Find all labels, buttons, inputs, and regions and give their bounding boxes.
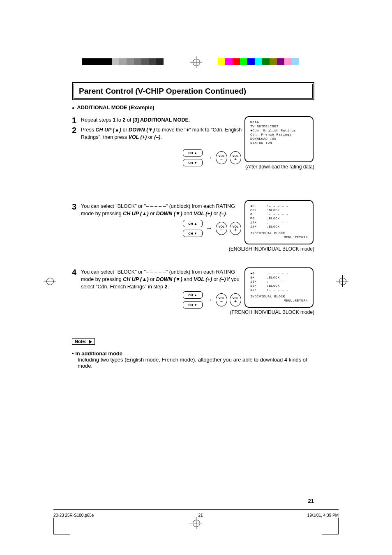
- osd-row: 16+:BLOCK: [250, 284, 308, 288]
- grayscale-bar: [82, 58, 164, 65]
- ch-down-button[interactable]: CH ▼: [183, 159, 203, 166]
- vol-minus-button[interactable]: VOL–: [216, 293, 227, 306]
- title-frame: Parent Control (V-CHIP Operation Continu…: [72, 82, 314, 100]
- ch-up-button[interactable]: CH ▲: [183, 149, 203, 157]
- vol-minus-button[interactable]: VOL–: [216, 151, 227, 164]
- step-number: 1: [72, 116, 81, 124]
- note-body: • In additional mode Including two types…: [72, 350, 314, 369]
- vol-plus-button[interactable]: VOL+: [230, 222, 241, 235]
- button-cluster: CH ▲ CH ▼ → VOL– VOL+: [183, 291, 241, 309]
- osd-row: 8+:BLOCK: [250, 276, 308, 280]
- color-bar: [218, 58, 299, 65]
- osd-row: C8+:BLOCK: [250, 208, 308, 212]
- step-number: 3: [72, 203, 81, 211]
- osd-caption: (After download the rating data): [232, 164, 314, 170]
- arrow-icon: →: [206, 225, 212, 232]
- osd-screen-additional-mode: MPAA TV GUIDELINES ♦Cdn. English Ratings…: [244, 116, 314, 162]
- osd-row: 13+:– – – – –: [250, 280, 308, 284]
- vol-plus-button[interactable]: VOL+: [230, 151, 241, 164]
- ch-down-button[interactable]: CH ▼: [183, 301, 203, 309]
- content-area: Parent Control (V-CHIP Operation Continu…: [72, 82, 314, 369]
- step-number: 4: [72, 268, 81, 276]
- osd-row: 18+:– – – – –: [250, 288, 308, 292]
- page-title: Parent Control (V-CHIP Operation Continu…: [74, 84, 313, 99]
- button-cluster: CH ▲ CH ▼ → VOL– VOL+: [183, 220, 241, 237]
- ch-up-button[interactable]: CH ▲: [183, 220, 203, 227]
- crop-mark-br: [322, 518, 339, 534]
- note-label: Note:: [72, 338, 95, 345]
- crop-mark-bl: [53, 518, 70, 534]
- registration-mark-left: [45, 276, 54, 286]
- vol-minus-button[interactable]: VOL–: [216, 222, 227, 235]
- footer-file: 20-23 25R-S100.p65e: [53, 513, 94, 518]
- footer: 20-23 25R-S100.p65e 21 19/1/01, 4:39 PM: [53, 509, 339, 518]
- registration-mark-right: [338, 276, 347, 286]
- arrow-icon: →: [206, 296, 212, 304]
- bullet-icon: ●: [72, 106, 74, 110]
- sub-heading-text: ADDITIONAL MODE (Example): [77, 104, 154, 111]
- step-text: You can select "BLOCK" or "– – – – –" (u…: [81, 268, 245, 290]
- step-text: You can select "BLOCK" or "– – – – –" (u…: [81, 203, 245, 217]
- osd-row: PG:BLOCK: [250, 216, 308, 221]
- osd-row: ♦G:– – – – –: [250, 272, 308, 276]
- step-text: Press CH UP (▲) or DOWN (▼) to move the …: [81, 126, 245, 141]
- ch-down-button[interactable]: CH ▼: [183, 230, 203, 237]
- page: Parent Control (V-CHIP Operation Continu…: [0, 0, 392, 555]
- note-section: Note: • In additional mode Including two…: [72, 338, 314, 369]
- footer-page: 21: [198, 513, 203, 518]
- osd-caption: (ENGLISH INDIVIDUAL BLOCK mode): [216, 246, 314, 252]
- arrow-icon: →: [206, 154, 212, 161]
- osd-screen-french-block: ♦G:– – – – –8+:BLOCK13+:– – – – –16+:BLO…: [244, 267, 314, 308]
- sub-heading: ● ADDITIONAL MODE (Example): [72, 104, 314, 111]
- osd-row: 14+:– – – – –: [250, 221, 308, 225]
- registration-mark-bottom: [191, 518, 201, 527]
- osd-screen-english-block: ♦C:– – – – –C8+:BLOCKG:– – – – –PG:BLOCK…: [244, 200, 314, 244]
- vol-plus-button[interactable]: VOL+: [230, 293, 241, 306]
- ch-up-button[interactable]: CH ▲: [183, 291, 203, 299]
- step-number: 2: [72, 126, 81, 134]
- registration-mark-top: [191, 58, 201, 67]
- osd-caption: (FRENCH INDIVIDUAL BLOCK mode): [216, 309, 314, 315]
- page-number: 21: [308, 498, 314, 504]
- osd-row: ♦C:– – – – –: [250, 204, 308, 208]
- footer-datetime: 19/1/01, 4:39 PM: [307, 513, 339, 518]
- osd-row: G:– – – – –: [250, 212, 308, 216]
- osd-row: 18+:BLOCK: [250, 225, 308, 229]
